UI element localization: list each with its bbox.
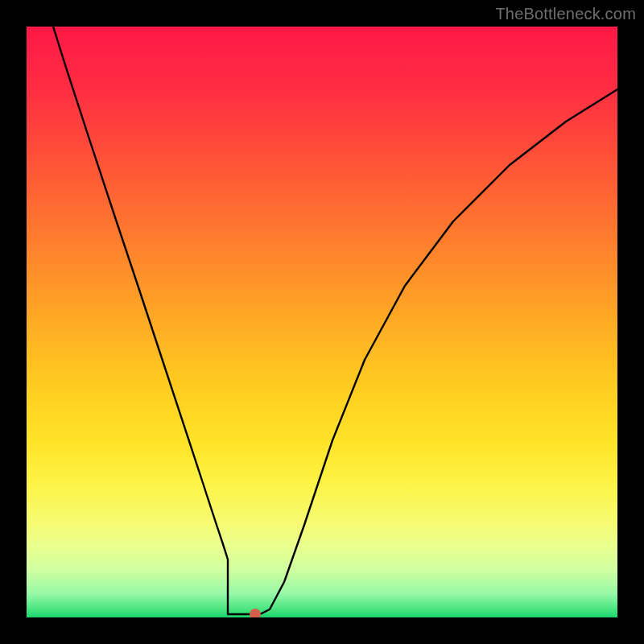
outer-black-frame: TheBottleneck.com <box>0 0 644 644</box>
plot-area <box>27 27 617 617</box>
bottleneck-curve <box>53 27 617 614</box>
watermark-text: TheBottleneck.com <box>495 5 636 23</box>
curve-svg <box>27 27 617 617</box>
minimum-marker-dot <box>250 609 261 617</box>
